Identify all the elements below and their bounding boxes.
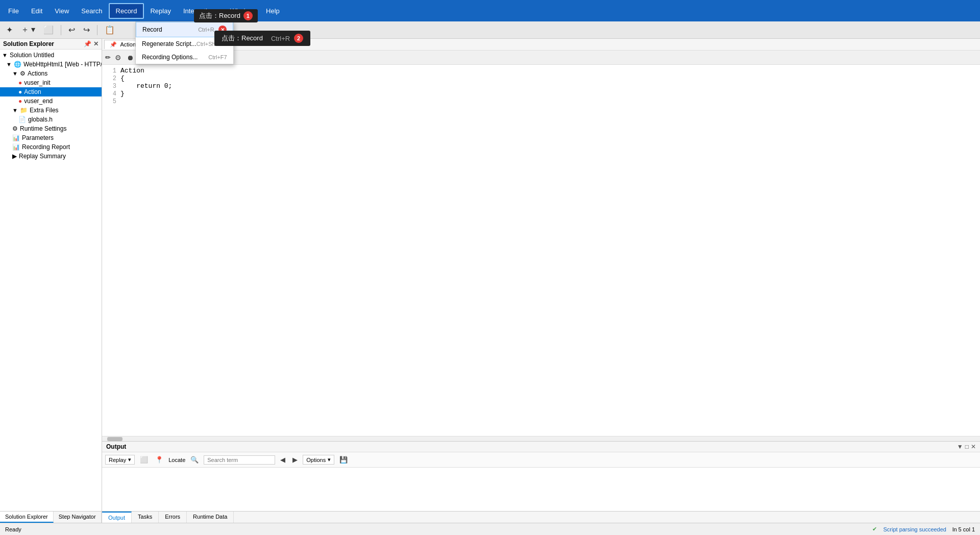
tooltip2-shortcut: Ctrl+R (271, 35, 290, 42)
line-num-4: 4 (104, 90, 116, 98)
code-content-4: } (120, 90, 978, 98)
line-num-3: 3 (104, 82, 116, 90)
output-clear-btn[interactable]: ⬜ (138, 455, 150, 465)
tree-extra-label: Extra Files (30, 107, 59, 114)
tree-recording-report[interactable]: 📊 Recording Report (0, 142, 102, 152)
tree-replay-label: Replay Summary (19, 153, 66, 160)
output-options-label: Options (306, 457, 326, 463)
tree-vuser-init-icon: ● (18, 79, 22, 86)
toolbar-copy[interactable]: ⬜ (40, 23, 57, 36)
menu-record[interactable]: Record (109, 3, 144, 19)
output-tab-runtime-data[interactable]: Runtime Data (187, 512, 234, 523)
line-num-5: 5 (104, 98, 116, 105)
tree-params-label: Parameters (22, 134, 54, 141)
tree-vuser-end[interactable]: ● vuser_end (0, 96, 102, 106)
output-tab-tasks[interactable]: Tasks (132, 512, 159, 523)
output-maximize-btn[interactable]: □ (965, 443, 969, 450)
toolbar-redo[interactable]: ↪ (80, 23, 93, 36)
code-editor[interactable]: 1 Action 2 { 3 return 0; 4 } 5 (102, 65, 980, 436)
tree-replay-summary[interactable]: ▶ Replay Summary (0, 152, 102, 161)
tree-vuser-init-label: vuser_init (24, 79, 50, 86)
output-tabs: Output Tasks Errors Runtime Data (102, 511, 980, 523)
output-toolbar: Replay ▾ ⬜ 📍 Locate 🔍 ◀ ▶ Options ▾ 💾 (102, 452, 980, 468)
output-next-btn[interactable]: ▶ (290, 455, 300, 465)
editor-tool-record[interactable]: ⏺ (126, 53, 135, 63)
tree-runtime-settings[interactable]: ⚙ Runtime Settings (0, 124, 102, 133)
output-prev-btn[interactable]: ◀ (278, 455, 287, 465)
dropdown-recopt-label: Recording Options... (142, 54, 198, 61)
right-area: 📌 Action ✏ ⚙ ⏺ 🔍 1 Action 2 { 3 return 0 (102, 39, 980, 523)
tree-parameters[interactable]: 📊 Parameters (0, 133, 102, 142)
record-tooltip2: 点击：Record Ctrl+R 2 (214, 31, 310, 46)
se-title: Solution Explorer (3, 40, 54, 47)
dropdown-recopt-shortcut: Ctrl+F7 (208, 54, 227, 60)
output-search-icon[interactable]: 🔍 (188, 455, 201, 465)
dropdown-regen-label: Regenerate Script... (142, 40, 197, 47)
code-scrollbar-thumb[interactable] (107, 437, 122, 441)
tree-globalsh[interactable]: 📄 globals.h (0, 115, 102, 124)
editor-tool-settings[interactable]: ⚙ (114, 53, 122, 63)
output-panel: Output ▼ □ ✕ Replay ▾ ⬜ 📍 Locate 🔍 ◀ (102, 441, 980, 523)
se-header-icons: 📌 ✕ (84, 40, 99, 47)
menu-view[interactable]: View (48, 4, 75, 18)
tree-globalsh-label: globals.h (28, 116, 53, 123)
code-line-3: 3 return 0; (104, 82, 978, 90)
menu-file[interactable]: File (2, 4, 25, 18)
status-left: Ready (5, 526, 21, 532)
se-tab-step-navigator[interactable]: Step Navigator (54, 512, 102, 523)
tree-web-label: WebHttpHtml1 [Web - HTTP/HTML] (23, 61, 102, 68)
output-filter-dropdown[interactable]: Replay ▾ (105, 455, 135, 465)
output-minimize-btn[interactable]: ▼ (957, 443, 963, 450)
tree-vuser-init[interactable]: ● vuser_init (0, 78, 102, 87)
tree-web-expand-icon: ▼ (6, 61, 12, 67)
tree-replay-icon: ▶ (12, 153, 17, 160)
menu-help[interactable]: Help (260, 4, 286, 18)
tree-extra-files[interactable]: ▼ 📁 Extra Files (0, 106, 102, 115)
output-header-controls: ▼ □ ✕ (957, 443, 976, 450)
code-horizontal-scrollbar[interactable] (102, 436, 980, 441)
tooltip1-text: 点击：Record (199, 11, 240, 20)
toolbar-sep2 (97, 25, 97, 35)
output-tab-output[interactable]: Output (102, 512, 132, 523)
output-tab-errors[interactable]: Errors (159, 512, 187, 523)
main-area: Solution Explorer 📌 ✕ ▼ Solution Untitle… (0, 39, 980, 523)
output-search-input[interactable] (204, 455, 275, 465)
output-options-dropdown[interactable]: Options ▾ (303, 455, 334, 465)
dropdown-recopt-item[interactable]: Recording Options... Ctrl+F7 (136, 51, 233, 64)
toolbar-add[interactable]: ＋ ▾ (18, 23, 38, 37)
tree-action-icon: ● (18, 88, 22, 95)
se-bottom-tabs: Solution Explorer Step Navigator (0, 511, 102, 523)
tree-actions[interactable]: ▼ ⚙ Actions (0, 69, 102, 78)
menu-edit[interactable]: Edit (25, 4, 48, 18)
output-locate-label: Locate (168, 457, 185, 463)
output-save-btn[interactable]: 💾 (337, 455, 350, 465)
tree-action[interactable]: ● Action (0, 87, 102, 96)
menu-replay[interactable]: Replay (144, 4, 177, 18)
output-dropdown-arrow-icon: ▾ (128, 456, 131, 463)
code-line-4: 4 } (104, 90, 978, 98)
status-check-icon: ✔ (872, 526, 877, 532)
tree-runtime-label: Runtime Settings (20, 125, 66, 132)
status-script-parsing: Script parsing succeeded (883, 526, 946, 532)
tooltip1-badge: 1 (243, 11, 253, 20)
status-position: ln 5 col 1 (952, 526, 975, 532)
toolbar-undo[interactable]: ↩ (65, 23, 78, 36)
solution-explorer-panel: Solution Explorer 📌 ✕ ▼ Solution Untitle… (0, 39, 102, 523)
tree-actions-icon: ⚙ (20, 70, 26, 77)
tree-webhttphtml1[interactable]: ▼ 🌐 WebHttpHtml1 [Web - HTTP/HTML] (0, 60, 102, 69)
tree-extra-expand-icon: ▼ (12, 107, 18, 113)
se-tree: ▼ Solution Untitled ▼ 🌐 WebHttpHtml1 [We… (0, 50, 102, 511)
toolbar-new[interactable]: ✦ (3, 23, 16, 36)
output-title: Output (106, 443, 126, 450)
tree-action-label: Action (24, 88, 41, 95)
output-locate-btn[interactable]: 📍 (153, 455, 165, 465)
se-tab-solution-explorer[interactable]: Solution Explorer (0, 512, 54, 523)
toolbar-clipboard[interactable]: 📋 (102, 23, 118, 36)
status-bar: Ready ✔ Script parsing succeeded ln 5 co… (0, 523, 980, 535)
output-close-btn[interactable]: ✕ (971, 443, 976, 450)
se-close-icon[interactable]: ✕ (93, 40, 99, 47)
se-pin-icon[interactable]: 📌 (84, 40, 91, 47)
tree-solution[interactable]: ▼ Solution Untitled (0, 51, 102, 60)
output-label: Output (106, 443, 126, 450)
menu-search[interactable]: Search (75, 4, 108, 18)
